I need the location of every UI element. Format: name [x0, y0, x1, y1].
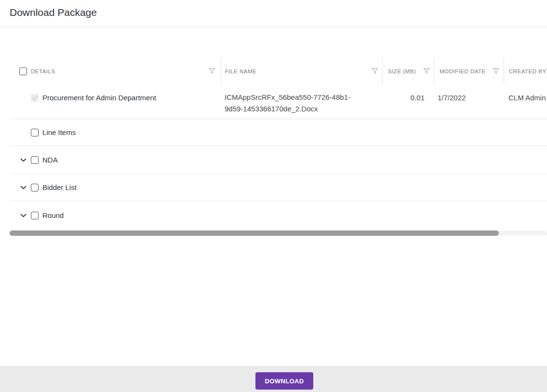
table-row: NDA	[10, 146, 547, 174]
table-row: Line Items	[10, 119, 547, 146]
column-header-created-by: CREATED BY	[504, 58, 547, 85]
horizontal-scrollbar-thumb[interactable]	[10, 230, 499, 236]
column-label: SIZE (MB)	[388, 68, 416, 74]
column-header-modified-date: MODIFIED DATE	[434, 58, 504, 85]
created-by-cell: CLM Admin	[504, 87, 547, 102]
size-cell: 0.01	[382, 87, 434, 102]
chevron-spacer	[20, 131, 27, 135]
modified-date-cell: 1/7/2022	[434, 87, 504, 102]
column-header-details: DETAILS	[10, 58, 221, 85]
table-row: Bidder List	[10, 174, 547, 201]
details-cell: Procurement for Admin Department	[10, 87, 221, 102]
expand-toggle[interactable]	[20, 158, 27, 162]
check-icon	[31, 95, 38, 101]
horizontal-scrollbar-track[interactable]	[10, 230, 547, 236]
column-header-file-name: FILE NAME	[221, 58, 382, 85]
chevron-down-icon	[20, 186, 27, 189]
row-checkbox[interactable]	[31, 156, 39, 164]
details-cell: Bidder List	[10, 183, 221, 191]
row-label: Procurement for Admin Department	[42, 94, 156, 102]
funnel-icon[interactable]	[423, 68, 430, 74]
select-all-checkbox[interactable]	[19, 68, 27, 75]
row-label: Bidder List	[42, 183, 77, 191]
expand-toggle[interactable]	[20, 214, 27, 217]
table-row: Procurement for Admin Department ICMAppS…	[10, 87, 547, 119]
download-button[interactable]: DOWNLOAD	[255, 372, 313, 390]
row-checkbox[interactable]	[31, 184, 39, 191]
column-label: MODIFIED DATE	[440, 68, 486, 74]
column-label: FILE NAME	[225, 68, 256, 74]
details-cell: NDA	[10, 156, 221, 164]
row-label: Round	[42, 211, 64, 219]
page-header: Download Package	[0, 0, 547, 27]
table-header-row: DETAILS FILE NAME SIZE (MB) MODIFIED DAT…	[10, 55, 547, 87]
download-package-page: Download Package DETAILS FILE NAME SIZE …	[0, 0, 547, 392]
table-row: Round	[10, 201, 547, 230]
row-label: NDA	[42, 156, 58, 164]
column-label: DETAILS	[31, 68, 55, 74]
footer-bar: DOWNLOAD	[0, 366, 547, 392]
row-checkbox[interactable]	[31, 212, 39, 219]
column-label: CREATED BY	[509, 68, 547, 74]
row-checkbox[interactable]	[31, 129, 39, 136]
page-title: Download Package	[10, 7, 547, 18]
download-package-table: DETAILS FILE NAME SIZE (MB) MODIFIED DAT…	[10, 55, 547, 230]
chevron-down-icon	[20, 214, 27, 217]
chevron-down-icon	[20, 158, 27, 162]
funnel-icon[interactable]	[209, 68, 215, 74]
details-cell: Line Items	[10, 128, 221, 136]
details-cell: Round	[10, 211, 221, 219]
expand-toggle[interactable]	[20, 186, 27, 189]
funnel-icon[interactable]	[372, 68, 378, 74]
row-checkbox	[31, 94, 39, 102]
row-label: Line Items	[42, 128, 76, 136]
column-header-size: SIZE (MB)	[382, 58, 434, 85]
chevron-spacer	[20, 96, 27, 100]
file-name-cell: ICMAppSrcRFx_56bea550-7726-48b1-9d59-145…	[221, 87, 382, 115]
funnel-icon[interactable]	[493, 68, 499, 74]
